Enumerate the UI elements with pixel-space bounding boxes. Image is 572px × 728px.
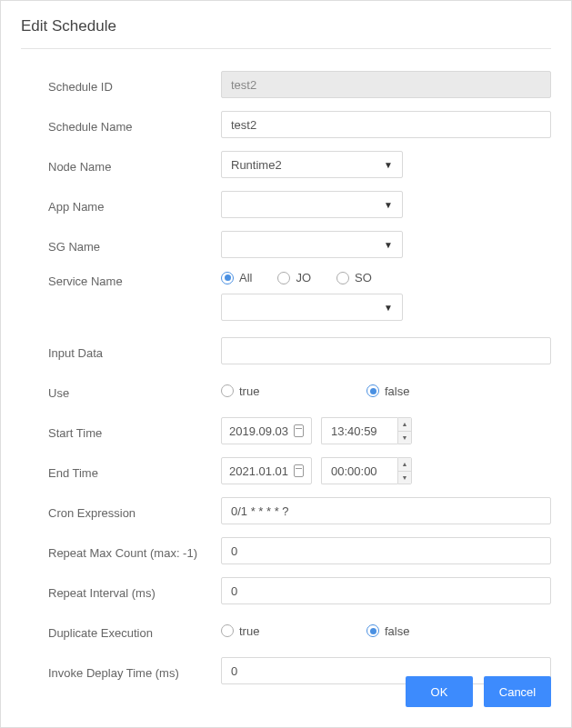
input-data-input[interactable]	[221, 337, 551, 364]
start-date-picker[interactable]: 2019.09.03	[221, 417, 312, 444]
label-node-name: Node Name	[48, 156, 221, 174]
schedule-id-field: test2	[221, 71, 551, 98]
radio-icon	[277, 272, 290, 284]
radio-service-jo[interactable]: JO	[277, 271, 311, 284]
radio-service-all[interactable]: All	[221, 271, 252, 284]
label-cron: Cron Expression	[48, 503, 221, 520]
chevron-down-icon: ▼	[384, 160, 393, 170]
chevron-down-icon: ▼	[384, 240, 393, 250]
start-time-picker: 13:40:59 ▲ ▼	[321, 417, 412, 444]
label-sg-name: SG Name	[48, 236, 221, 254]
radio-icon	[221, 624, 234, 637]
radio-label: true	[239, 384, 259, 398]
use-radio-group: true false	[221, 384, 512, 398]
radio-use-true[interactable]: true	[221, 384, 366, 398]
app-name-select[interactable]: ▼	[221, 191, 403, 218]
end-time-spinner: ▲ ▼	[397, 457, 412, 484]
repeat-interval-input[interactable]	[221, 577, 551, 604]
radio-label: true	[239, 624, 259, 638]
radio-label: false	[385, 384, 409, 398]
label-use: Use	[48, 383, 221, 400]
radio-label: SO	[355, 271, 372, 284]
start-time-input[interactable]: 13:40:59	[321, 417, 397, 444]
radio-icon	[336, 272, 349, 284]
chevron-down-icon: ▼	[384, 200, 393, 210]
cancel-button[interactable]: Cancel	[484, 676, 551, 707]
end-date-value: 2021.01.01	[229, 464, 288, 478]
duplicate-exec-radio-group: true false	[221, 624, 512, 638]
spin-down-button[interactable]: ▼	[398, 471, 411, 484]
dialog-footer: OK Cancel	[406, 676, 551, 707]
label-duplicate-exec: Duplicate Execution	[48, 623, 221, 640]
service-name-radio-group: All JO SO	[221, 271, 551, 284]
calendar-icon	[294, 424, 304, 437]
radio-label: All	[239, 271, 252, 284]
radio-dupexec-false[interactable]: false	[366, 624, 409, 638]
label-schedule-name: Schedule Name	[48, 116, 221, 134]
radio-icon	[221, 384, 234, 397]
radio-service-so[interactable]: SO	[336, 271, 372, 284]
schedule-name-input[interactable]	[221, 111, 551, 138]
dialog-title: Edit Schedule	[21, 17, 551, 49]
calendar-icon	[294, 464, 304, 477]
service-name-select[interactable]: ▼	[221, 294, 403, 321]
spin-up-button[interactable]: ▲	[398, 458, 411, 471]
sg-name-select[interactable]: ▼	[221, 231, 403, 258]
label-start-time: Start Time	[48, 423, 221, 440]
radio-use-false[interactable]: false	[366, 384, 409, 398]
radio-dupexec-true[interactable]: true	[221, 624, 366, 638]
radio-label: false	[385, 624, 409, 638]
radio-icon	[366, 384, 379, 397]
start-date-value: 2019.09.03	[229, 424, 288, 438]
chevron-down-icon: ▼	[384, 303, 393, 313]
label-invoke-delay: Invoke Deplay Time (ms)	[48, 663, 221, 680]
spin-down-button[interactable]: ▼	[398, 431, 411, 444]
label-end-time: End Time	[48, 463, 221, 480]
label-input-data: Input Data	[48, 343, 221, 360]
end-date-picker[interactable]: 2021.01.01	[221, 457, 312, 484]
label-service-name: Service Name	[48, 271, 221, 288]
node-name-value: Runtime2	[231, 158, 282, 172]
radio-icon	[366, 624, 379, 637]
cron-input[interactable]	[221, 497, 551, 524]
end-time-input[interactable]: 00:00:00	[321, 457, 397, 484]
radio-icon	[221, 272, 234, 284]
end-time-picker: 00:00:00 ▲ ▼	[321, 457, 412, 484]
label-repeat-max: Repeat Max Count (max: -1)	[48, 543, 221, 560]
start-time-spinner: ▲ ▼	[397, 417, 412, 444]
label-schedule-id: Schedule ID	[48, 76, 221, 94]
repeat-max-input[interactable]	[221, 537, 551, 564]
edit-schedule-dialog: Edit Schedule Schedule ID test2 Schedule…	[0, 0, 572, 728]
spin-up-button[interactable]: ▲	[398, 418, 411, 431]
form-body: Schedule ID test2 Schedule Name Node Nam…	[21, 71, 551, 684]
radio-label: JO	[296, 271, 311, 284]
ok-button[interactable]: OK	[406, 676, 473, 707]
node-name-select[interactable]: Runtime2 ▼	[221, 151, 403, 178]
label-app-name: App Name	[48, 196, 221, 214]
label-repeat-interval: Repeat Interval (ms)	[48, 583, 221, 600]
